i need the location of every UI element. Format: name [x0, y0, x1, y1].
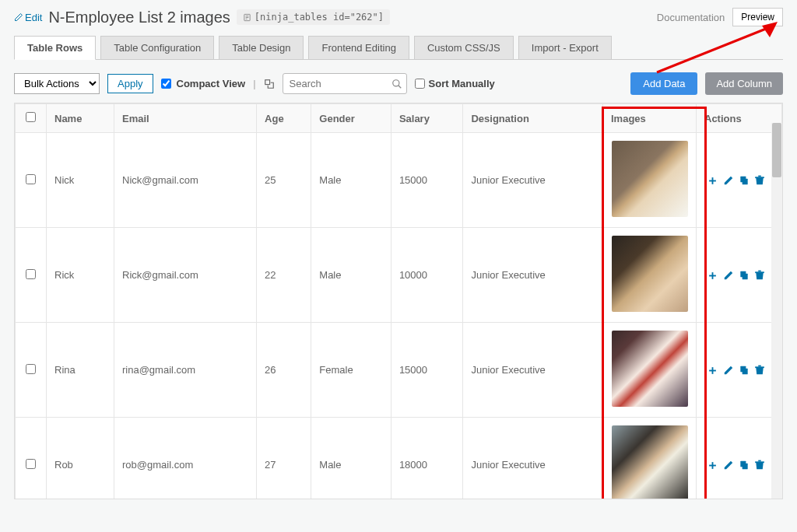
compact-view-label: Compact View	[177, 78, 246, 89]
apply-button[interactable]: Apply	[107, 74, 153, 93]
cell-age: 26	[257, 323, 311, 418]
edit-label: Edit	[25, 12, 42, 23]
cell-designation: Junior Executive	[463, 323, 603, 418]
add-column-button[interactable]: Add Column	[705, 72, 783, 95]
cell-age: 25	[257, 133, 311, 228]
copy-icon[interactable]	[739, 365, 750, 376]
svg-rect-26	[758, 366, 761, 367]
cell-designation: Junior Executive	[463, 418, 603, 500]
table-row: Nick Nick@gmail.com 25 Male 15000 Junior…	[16, 133, 782, 228]
cell-actions	[697, 133, 782, 228]
scrollbar[interactable]	[771, 123, 782, 499]
cell-name: Rob	[47, 418, 114, 500]
documentation-link[interactable]: Documentation	[657, 12, 725, 23]
scrollbar-thumb[interactable]	[772, 123, 781, 177]
cell-gender: Male	[311, 228, 391, 323]
copy-icon[interactable]	[739, 460, 750, 471]
toolbar: Bulk Actions Apply Compact View | Sort M…	[14, 72, 783, 95]
add-icon[interactable]	[707, 175, 718, 187]
copy-icon[interactable]	[739, 270, 750, 281]
cell-image	[603, 323, 697, 418]
trash-icon[interactable]	[754, 175, 765, 186]
copy-icon[interactable]	[739, 175, 750, 186]
compact-view-checkbox[interactable]	[161, 79, 171, 89]
cell-email: rina@gmail.com	[114, 323, 257, 418]
row-checkbox[interactable]	[26, 174, 36, 184]
compact-view-toggle[interactable]: Compact View	[161, 78, 246, 89]
cell-gender: Male	[311, 133, 391, 228]
cell-image	[603, 228, 697, 323]
trash-icon[interactable]	[754, 460, 765, 471]
add-icon[interactable]	[707, 365, 718, 376]
employee-image	[612, 425, 688, 499]
edit-link[interactable]: Edit	[14, 12, 42, 23]
pencil-icon[interactable]	[723, 270, 734, 281]
select-all-checkbox[interactable]	[26, 112, 36, 122]
add-data-button[interactable]: Add Data	[630, 72, 697, 95]
pencil-icon[interactable]	[723, 365, 734, 376]
cell-designation: Junior Executive	[463, 228, 603, 323]
column-header-gender[interactable]: Gender	[311, 104, 391, 133]
shortcode-box[interactable]: [ninja_tables id="262"]	[237, 9, 390, 25]
employee-image	[612, 331, 688, 407]
svg-rect-30	[740, 461, 746, 467]
page-title: N-Employee List 2 images	[48, 9, 230, 26]
cell-age: 22	[257, 228, 311, 323]
add-icon[interactable]	[707, 460, 718, 471]
tab-import-export[interactable]: Import - Export	[518, 36, 612, 59]
preview-button[interactable]: Preview	[732, 8, 783, 26]
pencil-icon[interactable]	[723, 460, 734, 471]
cell-salary: 10000	[391, 228, 463, 323]
column-header-email[interactable]: Email	[114, 104, 257, 133]
column-header-salary[interactable]: Salary	[391, 104, 463, 133]
cell-age: 27	[257, 418, 311, 500]
employee-image	[612, 141, 688, 217]
add-icon[interactable]	[707, 270, 718, 282]
cell-email: rob@gmail.com	[114, 418, 257, 500]
sort-manually-toggle[interactable]: Sort Manually	[415, 78, 495, 89]
column-header-actions[interactable]: Actions	[697, 104, 782, 133]
expand-icon[interactable]	[264, 79, 275, 89]
separator: |	[253, 78, 255, 89]
row-checkbox[interactable]	[26, 364, 36, 374]
search-icon[interactable]	[391, 79, 402, 89]
column-header-age[interactable]: Age	[257, 104, 311, 133]
row-checkbox[interactable]	[26, 269, 36, 279]
table-row: Rick Rick@gmail.com 22 Male 10000 Junior…	[16, 228, 782, 323]
cell-gender: Male	[311, 418, 391, 500]
svg-line-8	[398, 85, 401, 88]
tab-table-design[interactable]: Table Design	[219, 36, 304, 59]
cell-name: Rina	[47, 323, 114, 418]
tab-table-rows[interactable]: Table Rows	[14, 36, 96, 60]
svg-rect-32	[758, 460, 761, 462]
svg-rect-31	[755, 461, 764, 463]
cell-salary: 18000	[391, 418, 463, 500]
tabs: Table RowsTable ConfigurationTable Desig…	[14, 36, 783, 60]
pencil-icon[interactable]	[723, 175, 734, 186]
svg-rect-6	[265, 79, 269, 84]
shortcode-text: [ninja_tables id="262"]	[255, 12, 384, 23]
column-header-images[interactable]: Images	[603, 104, 697, 133]
tab-custom-css-js[interactable]: Custom CSS/JS	[414, 36, 514, 59]
trash-icon[interactable]	[754, 365, 765, 376]
svg-rect-20	[758, 271, 761, 272]
document-icon	[243, 13, 251, 22]
cell-name: Rick	[47, 228, 114, 323]
column-header-designation[interactable]: Designation	[463, 104, 603, 133]
sort-manually-checkbox[interactable]	[415, 79, 425, 89]
svg-rect-19	[755, 271, 764, 273]
cell-gender: Female	[311, 323, 391, 418]
svg-point-7	[392, 79, 398, 86]
row-checkbox[interactable]	[26, 459, 36, 469]
bulk-actions-select[interactable]: Bulk Actions	[14, 73, 100, 94]
cell-actions	[697, 323, 782, 418]
cell-email: Nick@gmail.com	[114, 133, 257, 228]
column-header-name[interactable]: Name	[47, 104, 114, 133]
cell-image	[603, 133, 697, 228]
trash-icon[interactable]	[754, 270, 765, 281]
tab-table-configuration[interactable]: Table Configuration	[100, 36, 214, 59]
tab-frontend-editing[interactable]: Frontend Editing	[308, 36, 409, 59]
cell-email: Rick@gmail.com	[114, 228, 257, 323]
cell-designation: Junior Executive	[463, 133, 603, 228]
search-input[interactable]	[283, 73, 407, 94]
